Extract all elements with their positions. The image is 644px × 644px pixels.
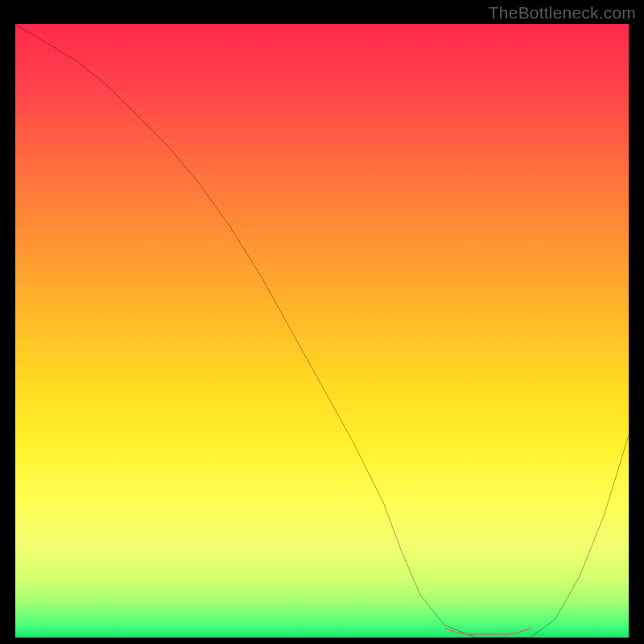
curve-svg [15,24,629,638]
chart-stage: TheBottleneck.com [0,0,644,644]
bottleneck-curve [15,24,629,638]
plot-area [15,24,629,638]
optimal-range-marker [444,629,530,635]
attribution-label: TheBottleneck.com [489,3,636,23]
